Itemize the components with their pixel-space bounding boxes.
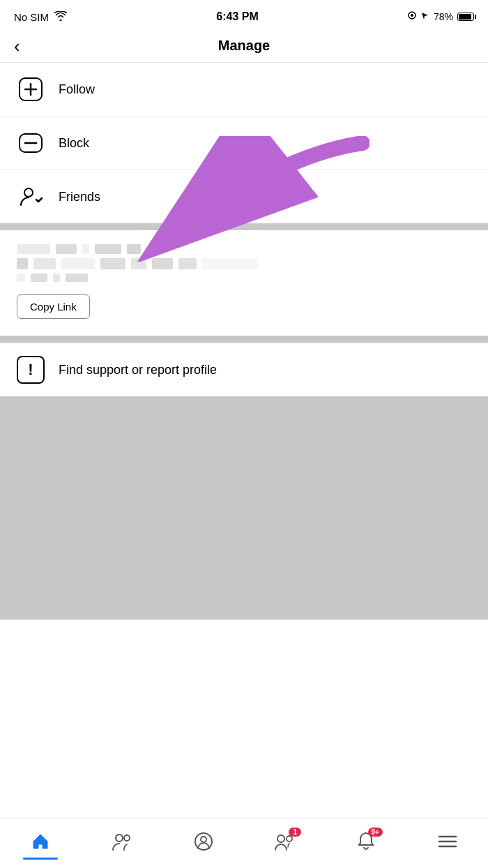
page-title: Manage [218,38,270,54]
block-icon [17,129,45,157]
svg-point-10 [124,835,130,841]
header: ‹ Manage [0,31,488,63]
bottom-nav: 1 9+ [0,818,488,868]
status-right: 78% [408,11,474,23]
home-active-bar [23,858,58,860]
nav-notifications-icon: 9+ [355,830,377,853]
battery-icon [457,13,474,21]
nav-menu[interactable] [436,830,459,853]
section-divider-1 [0,223,488,230]
nav-home[interactable] [29,830,52,853]
friends-icon [17,183,45,211]
nav-groups-icon: 1 [273,830,296,853]
gray-background-area [0,396,488,620]
nav-friends[interactable] [111,830,133,853]
report-icon: ! [17,356,45,384]
status-carrier: No SIM [14,11,67,23]
home-icon [29,830,52,853]
status-bar: No SIM 6:43 PM [0,0,488,31]
groups-badge: 1 [289,828,301,837]
menu-item-friends[interactable]: Friends [0,170,488,223]
nav-friends-icon [111,830,133,853]
blurred-row-3 [17,274,471,282]
nav-menu-icon [436,830,459,853]
svg-point-1 [411,14,413,17]
follow-icon [17,75,45,103]
blurred-row-2 [17,258,471,269]
blurred-row-1 [17,244,471,254]
follow-label: Follow [59,82,95,97]
copy-link-button[interactable]: Copy Link [17,294,90,319]
section-divider-2 [0,336,488,343]
menu-item-block[interactable]: Block [0,117,488,170]
svg-point-13 [277,835,284,842]
blurred-url-block [17,244,471,282]
svg-point-9 [116,835,123,841]
menu-section: Follow Block Friends [0,63,488,223]
nav-notifications[interactable]: 9+ [355,830,377,853]
svg-point-7 [24,188,33,197]
svg-point-12 [201,837,206,842]
report-label: Find support or report profile [59,363,217,377]
back-button[interactable]: ‹ [14,37,20,55]
location-icon [408,11,416,23]
nav-profile[interactable] [192,830,215,853]
wifi-icon [54,11,67,23]
profile-link-section: Copy Link [0,230,488,336]
block-label: Block [59,136,89,151]
svg-point-14 [287,836,292,841]
navigation-icon [420,11,429,22]
friends-label: Friends [59,190,100,204]
menu-item-follow[interactable]: Follow [0,63,488,117]
report-section[interactable]: ! Find support or report profile [0,343,488,396]
status-time: 6:43 PM [216,10,258,23]
nav-groups[interactable]: 1 [273,830,296,853]
nav-profile-icon [192,830,215,853]
notifications-badge: 9+ [368,828,383,837]
battery-percentage: 78% [434,11,453,22]
